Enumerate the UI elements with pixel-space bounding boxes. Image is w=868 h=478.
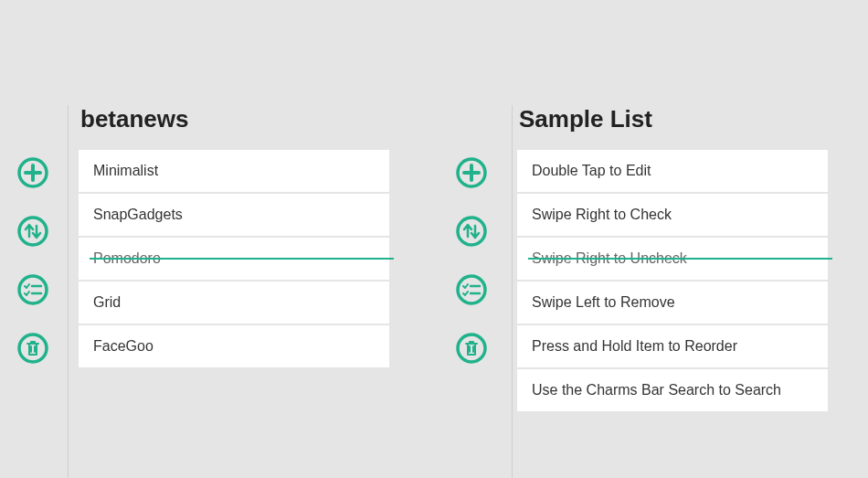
list-item[interactable]: Press and Hold Item to Reorder: [517, 325, 828, 367]
action-bar-right: [453, 105, 490, 411]
list-item[interactable]: Pomodoro: [79, 238, 389, 280]
checklist-circle-icon: [455, 273, 488, 306]
add-button[interactable]: [455, 156, 488, 189]
checkall-button[interactable]: [16, 273, 49, 306]
list-title[interactable]: Sample List: [517, 105, 828, 133]
svg-point-3: [19, 218, 47, 245]
sort-button[interactable]: [16, 215, 49, 248]
list-title[interactable]: betanews: [79, 105, 389, 133]
list-item-label: Swipe Right to Uncheck: [532, 250, 687, 266]
checkall-button[interactable]: [455, 273, 488, 306]
list-item-label: SnapGadgets: [93, 207, 183, 222]
list-item[interactable]: Use the Charms Bar Search to Search: [517, 369, 828, 411]
list-item-label: Minimalist: [93, 163, 158, 178]
list: Double Tap to Edit Swipe Right to Check …: [517, 150, 828, 411]
plus-circle-icon: [16, 156, 49, 189]
delete-button[interactable]: [16, 332, 49, 365]
list-area-left: betanews Minimalist SnapGadgets Pomodoro…: [79, 105, 389, 411]
svg-point-11: [458, 218, 485, 245]
list-item-label: Use the Charms Bar Search to Search: [532, 382, 781, 398]
app-container: betanews Minimalist SnapGadgets Pomodoro…: [0, 0, 868, 411]
list-area-right: Sample List Double Tap to Edit Swipe Rig…: [517, 105, 828, 411]
column-betanews: betanews Minimalist SnapGadgets Pomodoro…: [15, 105, 389, 411]
sort-button[interactable]: [455, 215, 488, 248]
column-sample: Sample List Double Tap to Edit Swipe Rig…: [453, 105, 828, 411]
list-item[interactable]: SnapGadgets: [79, 194, 389, 236]
trash-circle-icon: [455, 332, 488, 365]
list-item[interactable]: Swipe Right to Check: [517, 194, 828, 236]
list-item-label: FaceGoo: [93, 338, 153, 354]
svg-point-12: [458, 276, 485, 303]
list-item[interactable]: FaceGoo: [79, 325, 389, 367]
sort-circle-icon: [16, 215, 49, 248]
list-item[interactable]: Swipe Left to Remove: [517, 281, 828, 324]
sort-circle-icon: [455, 215, 488, 248]
list-item-label: Press and Hold Item to Reorder: [532, 338, 737, 354]
list-item[interactable]: Grid: [79, 281, 389, 324]
list-item[interactable]: Minimalist: [79, 150, 389, 192]
action-bar-left: [15, 105, 51, 411]
checklist-circle-icon: [16, 273, 49, 306]
plus-circle-icon: [455, 156, 488, 189]
list-item[interactable]: Swipe Right to Uncheck: [517, 238, 828, 280]
delete-button[interactable]: [455, 332, 488, 365]
list-item-label: Pomodoro: [93, 250, 161, 266]
add-button[interactable]: [16, 156, 49, 189]
list: Minimalist SnapGadgets Pomodoro Grid Fac…: [79, 150, 389, 367]
svg-point-15: [458, 335, 485, 362]
svg-point-7: [19, 335, 47, 362]
list-item-label: Double Tap to Edit: [532, 163, 651, 178]
trash-circle-icon: [16, 332, 49, 365]
svg-point-4: [19, 276, 47, 303]
list-item-label: Swipe Left to Remove: [532, 294, 675, 310]
list-item-label: Swipe Right to Check: [532, 207, 672, 222]
list-item[interactable]: Double Tap to Edit: [517, 150, 828, 192]
list-item-label: Grid: [93, 294, 121, 310]
